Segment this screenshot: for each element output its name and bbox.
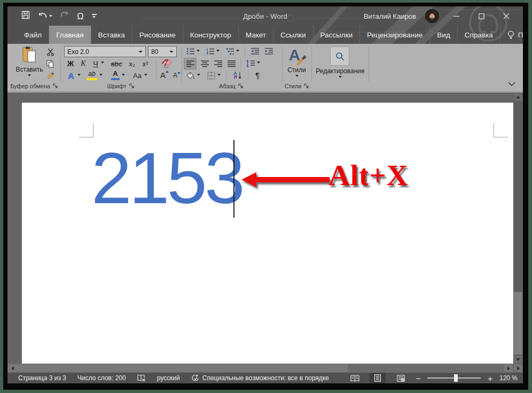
zoom-slider[interactable] — [427, 377, 481, 379]
italic-button[interactable]: К — [78, 59, 89, 68]
tab-view[interactable]: Вид — [430, 26, 457, 44]
word-count[interactable]: Число слов: 200 — [77, 374, 126, 382]
format-painter-button[interactable] — [45, 71, 56, 80]
subscript-button[interactable]: x₂ — [126, 59, 138, 68]
tab-layout[interactable]: Макет — [239, 26, 273, 44]
tab-references[interactable]: Ссылки — [273, 26, 314, 44]
underline-dropdown-icon[interactable] — [101, 61, 104, 64]
highlight-dropdown-icon[interactable] — [99, 74, 103, 76]
find-button[interactable] — [330, 47, 349, 66]
multilevel-list-button[interactable] — [225, 47, 236, 56]
print-layout-button[interactable] — [370, 373, 386, 383]
styles-dialog-launcher[interactable] — [304, 83, 309, 89]
tab-help[interactable]: Справка — [458, 26, 500, 44]
page-indicator[interactable]: Страница 3 из 3 — [18, 374, 66, 382]
line-spacing-dropdown-icon[interactable] — [257, 61, 260, 64]
next-page-button[interactable] — [514, 364, 522, 372]
symbol-omega-button[interactable]: Ω — [77, 12, 84, 21]
text-effects-button[interactable]: А — [65, 71, 77, 81]
decrease-indent-button[interactable] — [249, 47, 261, 56]
paragraph-dialog-launcher[interactable] — [238, 83, 244, 89]
clipboard-dialog-launcher[interactable] — [53, 83, 58, 89]
web-layout-button[interactable] — [393, 373, 409, 383]
borders-button[interactable] — [206, 71, 216, 80]
grow-font-button[interactable]: А — [158, 70, 171, 80]
styles-button[interactable]: А Стили — [284, 46, 309, 77]
redo-button[interactable] — [60, 11, 69, 21]
shading-button[interactable] — [185, 71, 196, 80]
paste-button[interactable]: Вставить — [15, 46, 44, 81]
shrink-font-button[interactable]: А — [171, 71, 183, 80]
undo-button[interactable] — [38, 12, 52, 20]
collapse-ribbon-button[interactable] — [508, 79, 515, 88]
change-case-dropdown-icon[interactable] — [144, 74, 147, 76]
align-center-button[interactable] — [199, 58, 210, 69]
tab-file[interactable]: Файл — [17, 26, 49, 44]
tab-mailings[interactable]: Рассылки — [314, 26, 361, 44]
scroll-right-button[interactable] — [504, 364, 513, 372]
minimize-button[interactable] — [448, 9, 464, 23]
shading-dropdown-icon[interactable] — [197, 74, 200, 76]
justify-button[interactable] — [225, 58, 237, 69]
horizontal-scrollbar[interactable] — [7, 364, 513, 373]
tab-review[interactable]: Рецензирование — [360, 26, 430, 44]
cut-button[interactable] — [45, 47, 56, 57]
customize-qat-button[interactable] — [92, 14, 97, 18]
bullets-button[interactable] — [185, 47, 196, 56]
line-spacing-button[interactable] — [244, 58, 256, 69]
align-left-button[interactable] — [184, 58, 196, 69]
increase-indent-button[interactable] — [263, 47, 275, 56]
close-button[interactable] — [498, 9, 514, 23]
font-color-button[interactable]: А — [109, 70, 121, 80]
vertical-scroll-thumb[interactable] — [514, 292, 522, 355]
underline-button[interactable]: Ч — [90, 59, 101, 68]
borders-dropdown-icon[interactable] — [217, 74, 221, 76]
save-button[interactable] — [21, 11, 30, 21]
superscript-button[interactable]: x² — [139, 59, 151, 68]
numbering-dropdown-icon[interactable] — [216, 50, 220, 52]
tab-design[interactable]: Конструктор — [183, 26, 239, 44]
assistant-button[interactable]: Помощн — [500, 26, 523, 44]
sort-button[interactable]: А Я — [231, 71, 245, 80]
zoom-slider-thumb[interactable] — [454, 374, 458, 382]
tab-home[interactable]: Главная — [49, 26, 91, 44]
change-case-button[interactable]: Aa — [130, 71, 144, 81]
bold-button[interactable]: Ж — [65, 59, 76, 68]
tab-insert[interactable]: Вставка — [91, 26, 132, 44]
numbering-button[interactable] — [205, 47, 216, 56]
language-indicator[interactable]: русский — [157, 374, 180, 382]
clear-formatting-button[interactable] — [160, 58, 173, 68]
font-name-combo[interactable]: Exo 2.0 — [64, 46, 146, 57]
account-name[interactable]: Виталий Каиров — [364, 12, 416, 20]
zoom-level[interactable]: 120 % — [499, 374, 518, 382]
scroll-left-button[interactable] — [8, 364, 17, 372]
document-page[interactable]: 2153 Alt+X — [22, 103, 514, 369]
document-text[interactable]: 2153 — [91, 142, 242, 214]
proofing-status[interactable] — [137, 374, 146, 382]
font-dialog-launcher[interactable] — [129, 83, 135, 89]
vertical-scrollbar[interactable] — [513, 93, 523, 373]
scroll-up-button[interactable] — [514, 93, 522, 101]
read-mode-button[interactable] — [347, 373, 363, 383]
accessibility-status[interactable]: Специальные возможности: все в порядке — [191, 374, 329, 382]
copy-button[interactable] — [45, 59, 56, 68]
editing-button[interactable]: Редактирование — [316, 67, 364, 78]
bullets-dropdown-icon[interactable] — [197, 50, 200, 52]
undo-dropdown-icon[interactable] — [49, 15, 52, 17]
text-effects-dropdown-icon[interactable] — [77, 74, 81, 76]
avatar[interactable] — [425, 9, 439, 23]
zoom-in-button[interactable]: + — [488, 374, 492, 382]
show-marks-button[interactable]: ¶ — [252, 70, 263, 80]
maximize-button[interactable] — [473, 9, 489, 23]
multilevel-dropdown-icon[interactable] — [236, 50, 239, 52]
zoom-out-button[interactable]: − — [416, 374, 420, 382]
scroll-down-button[interactable] — [514, 356, 522, 364]
tab-draw[interactable]: Рисование — [132, 26, 183, 44]
highlight-button[interactable]: ab — [85, 70, 98, 80]
font-color-dropdown-icon[interactable] — [122, 74, 125, 76]
font-size-combo[interactable]: 80 — [148, 46, 177, 57]
strikethrough-button[interactable]: abc — [109, 59, 124, 68]
horizontal-scroll-thumb[interactable] — [17, 364, 348, 372]
align-right-button[interactable] — [212, 58, 224, 69]
status-bar: Страница 3 из 3 Число слов: 200 русский … — [7, 373, 523, 383]
